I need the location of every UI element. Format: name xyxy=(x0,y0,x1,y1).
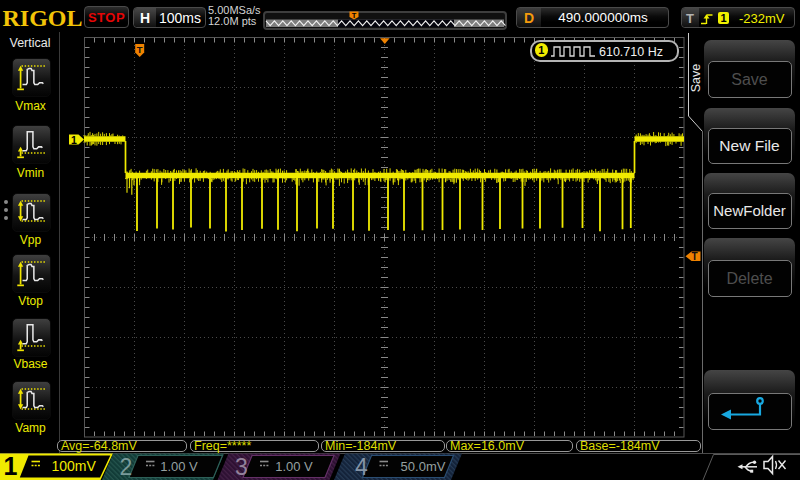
svg-text:100mV: 100mV xyxy=(52,458,97,474)
svg-text:1.00 V: 1.00 V xyxy=(275,459,313,474)
svg-text:50.0mV: 50.0mV xyxy=(401,459,446,474)
svg-text:1: 1 xyxy=(71,134,77,146)
svg-text:1: 1 xyxy=(4,452,18,480)
svg-text:4: 4 xyxy=(355,454,368,480)
svg-text:T: T xyxy=(137,44,143,55)
svg-text:2: 2 xyxy=(120,454,133,480)
svg-text:1.00 V: 1.00 V xyxy=(160,459,198,474)
svg-text:T: T xyxy=(352,11,357,20)
svg-text:3: 3 xyxy=(235,454,248,480)
